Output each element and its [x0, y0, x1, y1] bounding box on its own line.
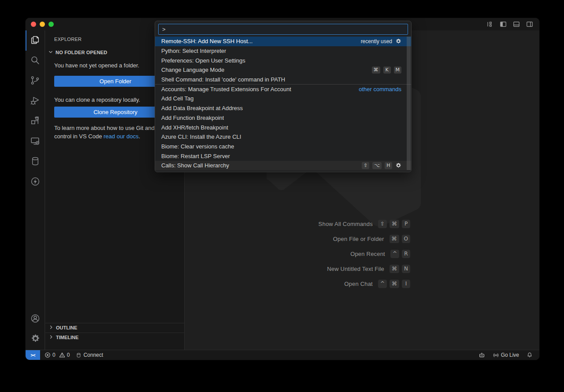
- remote-indicator[interactable]: ><: [26, 350, 40, 360]
- close-window-button[interactable]: [31, 22, 36, 27]
- shortcut-label[interactable]: Open Chat: [344, 281, 373, 287]
- warning-count: 0: [67, 352, 70, 358]
- minimize-window-button[interactable]: [40, 22, 45, 27]
- key-cmd: ⌘: [390, 235, 399, 243]
- timeline-section[interactable]: TIMELINE: [45, 333, 184, 342]
- key-letter: K: [383, 67, 391, 74]
- command-item[interactable]: Add XHR/fetch Breakpoint: [155, 122, 411, 132]
- key-cmd: ⌘: [390, 280, 399, 288]
- problems-status[interactable]: 0 0: [45, 352, 70, 358]
- chevron-down-icon: [48, 49, 54, 56]
- extensions-icon: [30, 115, 41, 128]
- activity-database[interactable]: [26, 152, 45, 172]
- key-letter: M: [394, 67, 402, 74]
- command-label: Calls: Show Incoming Calls: [161, 172, 231, 172]
- search-icon: [30, 55, 41, 67]
- zoom-window-button[interactable]: [48, 22, 54, 27]
- remote-icon: ><: [30, 353, 35, 358]
- accounts-button[interactable]: [26, 309, 45, 329]
- command-item[interactable]: Calls: Show Incoming Calls: [155, 170, 411, 172]
- key-letter: H: [385, 162, 392, 169]
- command-item[interactable]: Add Cell Tag: [155, 94, 411, 104]
- remote-explorer-icon: [30, 136, 41, 148]
- activity-search[interactable]: [26, 51, 45, 71]
- command-item[interactable]: Calls: Show Call Hierarchy ⇧⌥H: [155, 161, 411, 170]
- command-label: Add Function Breakpoint: [161, 115, 224, 121]
- key-shift: ⇧: [378, 220, 387, 228]
- command-item[interactable]: Add Data Breakpoint at Address: [155, 104, 411, 113]
- activity-remote-explorer[interactable]: [26, 132, 45, 152]
- key-ctrl: ^: [378, 280, 387, 288]
- shortcut-label[interactable]: Open File or Folder: [333, 236, 384, 242]
- activity-run-debug[interactable]: [26, 91, 45, 111]
- shortcut-label[interactable]: Show All Commands: [319, 221, 373, 227]
- shortcut-label[interactable]: New Untitled Text File: [327, 266, 384, 272]
- key-letter: N: [402, 265, 410, 273]
- lightning-icon: [30, 176, 41, 189]
- status-left: 0 0 Connect: [45, 352, 103, 358]
- activity-extensions[interactable]: [26, 111, 45, 132]
- copilot-status[interactable]: [478, 351, 486, 359]
- gear-icon: [30, 334, 40, 345]
- manage-settings-button[interactable]: [26, 329, 45, 350]
- command-label: Accounts: Manage Trusted Extensions For …: [161, 86, 291, 92]
- shortcut-keys: ^R: [390, 250, 410, 258]
- sqltools-connect[interactable]: Connect: [76, 352, 103, 358]
- go-live-label: Go Live: [501, 352, 519, 358]
- command-item[interactable]: Add Function Breakpoint: [155, 113, 411, 123]
- activity-explorer[interactable]: [26, 30, 45, 51]
- command-item[interactable]: Remote-SSH: Add New SSH Host... recently…: [155, 37, 411, 46]
- notifications-button[interactable]: [526, 351, 533, 359]
- key-ctrl: ^: [390, 250, 399, 258]
- docs-period: .: [139, 133, 141, 140]
- error-count: 0: [52, 352, 56, 358]
- toggle-primary-sidebar-icon[interactable]: [500, 21, 507, 28]
- shortcut-row: Open Chat ^⌘I: [208, 276, 410, 291]
- command-label: Shell Command: Install 'code' command in…: [161, 76, 285, 83]
- activity-source-control[interactable]: [26, 71, 45, 91]
- watermark-shortcuts: Show All Commands ⇧⌘P Open File or Folde…: [208, 216, 410, 291]
- layout-controls: [486, 21, 533, 28]
- status-bar: >< 0 0 Connect Go Live: [26, 350, 539, 360]
- toggle-secondary-sidebar-icon[interactable]: [526, 21, 533, 28]
- toggle-panel-icon[interactable]: [513, 21, 520, 28]
- command-item[interactable]: Biome: Clear versions cache: [155, 142, 411, 152]
- command-item[interactable]: Preferences: Open User Settings: [155, 55, 411, 65]
- bell-icon: [526, 351, 533, 359]
- configure-keybinding-gear-icon[interactable]: [395, 163, 401, 169]
- files-icon: [30, 34, 41, 47]
- configure-keybinding-gear-icon[interactable]: [395, 38, 401, 44]
- shortcut-label[interactable]: Open Recent: [350, 251, 385, 257]
- vscode-window: EXPLORER NO FOLDER OPENED You have not y…: [25, 18, 540, 360]
- chevron-right-icon: [48, 324, 54, 331]
- activity-thunder-client[interactable]: [26, 172, 45, 192]
- command-palette: Remote-SSH: Add New SSH Host... recently…: [155, 21, 412, 172]
- git-branch-icon: [30, 75, 41, 88]
- shortcut-row: Open File or Folder ⌘O: [208, 231, 410, 246]
- warning-icon: [59, 352, 65, 358]
- palette-scrollbar[interactable]: [407, 37, 411, 170]
- command-label: Biome: Restart LSP Server: [161, 153, 230, 159]
- command-label: Change Language Mode: [161, 67, 224, 73]
- command-label: Python: Select Interpreter: [161, 48, 226, 54]
- account-icon: [30, 313, 41, 325]
- command-list: Remote-SSH: Add New SSH Host... recently…: [155, 37, 411, 172]
- command-item[interactable]: Accounts: Manage Trusted Extensions For …: [155, 84, 411, 94]
- command-item[interactable]: Azure CLI: Install the Azure CLI: [155, 132, 411, 142]
- go-live-status[interactable]: Go Live: [493, 352, 519, 359]
- command-palette-input[interactable]: [158, 24, 408, 35]
- read-our-docs-link[interactable]: read our docs: [104, 133, 139, 140]
- recently-used-badge: recently used: [361, 38, 392, 44]
- outline-section[interactable]: OUTLINE: [45, 323, 184, 332]
- command-item[interactable]: Biome: Restart LSP Server: [155, 151, 411, 161]
- command-item[interactable]: Shell Command: Install 'code' command in…: [155, 75, 411, 85]
- customize-layout-icon[interactable]: [486, 21, 494, 28]
- outline-label: OUTLINE: [56, 325, 77, 330]
- key-cmd: ⌘: [390, 220, 399, 228]
- key-cmd: ⌘: [390, 265, 399, 273]
- command-item[interactable]: Python: Select Interpreter: [155, 46, 411, 56]
- other-commands-link[interactable]: other commands: [359, 86, 401, 92]
- key-letter: I: [402, 280, 410, 288]
- command-item[interactable]: Change Language Mode ⌘KM: [155, 65, 411, 75]
- timeline-label: TIMELINE: [56, 335, 78, 340]
